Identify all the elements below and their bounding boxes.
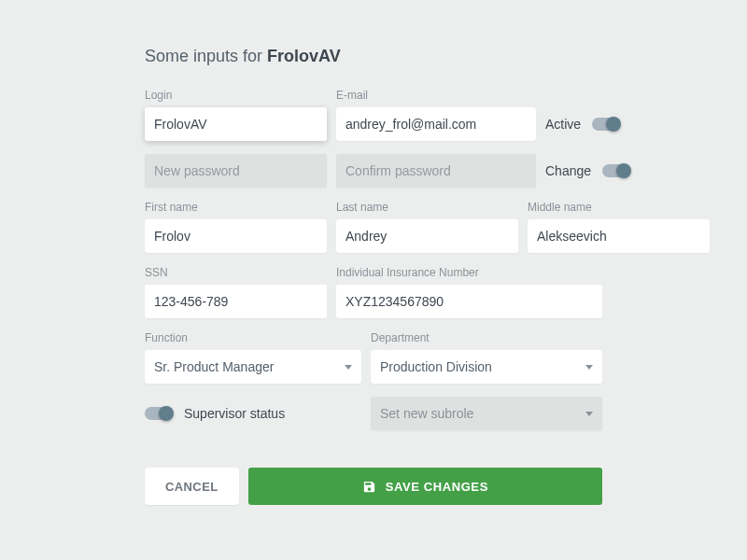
function-value: Sr. Product Manager [154, 359, 274, 374]
save-icon [362, 480, 376, 494]
first-name-label: First name [145, 201, 327, 214]
confirm-password-input[interactable] [336, 154, 536, 188]
login-label: Login [145, 89, 327, 102]
active-label: Active [545, 117, 581, 132]
ssn-input[interactable] [145, 285, 327, 318]
email-input[interactable] [336, 107, 536, 141]
chevron-down-icon [345, 365, 352, 370]
iin-input[interactable] [336, 285, 602, 318]
last-name-label: Last name [336, 201, 518, 214]
function-label: Function [145, 331, 361, 344]
active-toggle[interactable] [592, 118, 620, 131]
last-name-input[interactable] [336, 219, 518, 253]
title-username: FrolovAV [267, 47, 341, 65]
first-name-input[interactable] [145, 219, 327, 253]
supervisor-label: Supervisor status [184, 406, 285, 421]
save-button-label: SAVE CHANGES [386, 480, 488, 494]
department-label: Department [371, 331, 602, 344]
function-select[interactable]: Sr. Product Manager [145, 350, 361, 384]
save-button[interactable]: SAVE CHANGES [248, 468, 602, 505]
middle-name-input[interactable] [528, 219, 710, 253]
change-toggle[interactable] [602, 164, 630, 177]
ssn-label: SSN [145, 266, 327, 279]
department-select[interactable]: Production Division [371, 350, 602, 384]
chevron-down-icon [585, 365, 593, 370]
cancel-button[interactable]: CANCEL [145, 468, 239, 505]
email-label: E-mail [336, 89, 536, 102]
iin-label: Individual Insurance Number [336, 266, 602, 279]
login-input[interactable] [145, 107, 327, 141]
subrole-placeholder: Set new subrole [380, 406, 473, 421]
new-password-input[interactable] [145, 154, 327, 188]
page-title: Some inputs for FrolovAV [145, 47, 602, 66]
department-value: Production Division [380, 359, 492, 374]
subrole-select[interactable]: Set new subrole [371, 397, 602, 430]
chevron-down-icon [585, 412, 593, 416]
change-label: Change [545, 163, 591, 178]
middle-name-label: Middle name [528, 201, 710, 214]
supervisor-toggle[interactable] [145, 407, 173, 420]
title-prefix: Some inputs for [145, 47, 267, 65]
